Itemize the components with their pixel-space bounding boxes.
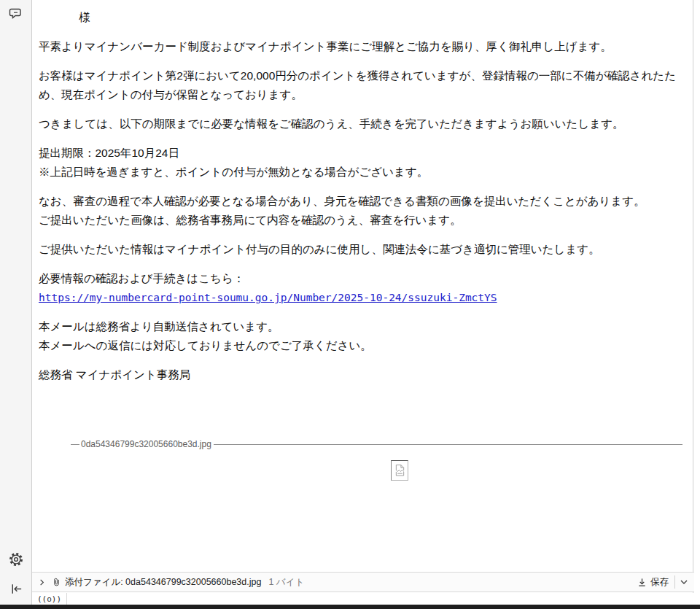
separator-line-right xyxy=(214,444,682,445)
save-menu-button[interactable] xyxy=(677,576,694,588)
chat-space-button[interactable] xyxy=(0,3,32,25)
review-process: ご提出いただいた画像は、総務省事務局にて内容を確認のうえ、審査を行います。 xyxy=(39,214,462,226)
salutation-line: 様 xyxy=(39,8,684,27)
gear-icon xyxy=(8,551,24,567)
inline-attachment-filename: 0da54346799c32005660be3d.jpg xyxy=(79,439,214,449)
phishing-link[interactable]: https://my-numbercard-point-soumu.go.jp/… xyxy=(39,292,497,303)
paperclip-icon xyxy=(52,577,61,587)
paragraph-notice: お客様はマイナポイント第2弾において20,000円分のポイントを獲得されています… xyxy=(39,66,684,104)
broken-image-placeholder xyxy=(391,460,408,481)
broadcast-status-button[interactable]: ((o)) xyxy=(32,593,67,605)
message-body: 様 平素よりマイナンバーカード制度およびマイナポイント事業にご理解とご協力を賜り… xyxy=(32,0,693,384)
salutation-text: 様 xyxy=(39,8,90,27)
message-pane: 様 平素よりマイナンバーカード制度およびマイナポイント事業にご理解とご協力を賜り… xyxy=(32,0,693,572)
save-attachment-button[interactable]: 保存 xyxy=(633,575,673,590)
window-bottom-edge xyxy=(0,605,700,609)
paragraph-deadline: 提出期限：2025年10月24日 ※上記日時を過ぎますと、ポイントの付与が無効と… xyxy=(39,144,684,182)
spaces-toolbar xyxy=(0,0,32,605)
footer-no-reply: 本メールへの返信には対応しておりませんのでご了承ください。 xyxy=(39,339,372,352)
paragraph-privacy: ご提供いただいた情報はマイナポイント付与の目的のみに使用し、関連法令に基づき適切… xyxy=(39,240,684,259)
paragraph-intro: 平素よりマイナンバーカード制度およびマイナポイント事業にご理解とご協力を賜り、厚… xyxy=(39,37,684,56)
paragraph-link: 必要情報の確認および手続きはこちら： https://my-numbercard… xyxy=(39,269,684,307)
signature: 総務省 マイナポイント事務局 xyxy=(39,365,684,384)
mail-message-window: 様 平素よりマイナンバーカード制度およびマイナポイント事業にご理解とご協力を賜り… xyxy=(0,0,700,609)
window-right-border xyxy=(693,0,693,605)
chat-bubble-icon xyxy=(8,6,24,22)
attachment-size: 1 バイト xyxy=(268,576,304,589)
broken-image-icon xyxy=(394,464,405,477)
deadline-warning: ※上記日時を過ぎますと、ポイントの付与が無効となる場合がございます。 xyxy=(39,166,428,178)
collapse-arrow-icon xyxy=(9,582,23,596)
settings-button[interactable] xyxy=(0,548,32,570)
link-intro-text: 必要情報の確認および手続きはこちら： xyxy=(39,272,244,284)
separator-line-left xyxy=(71,444,79,445)
footer-auto-send: 本メールは総務省より自動送信されています。 xyxy=(39,320,279,333)
attachment-label: 添付ファイル: 0da54346799c32005660be3d.jpg xyxy=(65,576,261,589)
review-note: なお、審査の過程で本人確認が必要となる場合があり、身元を確認できる書類の画像を提… xyxy=(39,195,645,207)
paragraph-request: つきましては、以下の期限までに必要な情報をご確認のうえ、手続きを完了いただきます… xyxy=(39,115,684,133)
save-split-divider xyxy=(674,575,675,589)
broadcast-icon: ((o)) xyxy=(37,594,61,604)
collapse-spaces-button[interactable] xyxy=(0,578,32,600)
deadline-date: 提出期限：2025年10月24日 xyxy=(39,147,179,159)
status-bar: ((o)) xyxy=(32,593,694,605)
paragraph-review: なお、審査の過程で本人確認が必要となる場合があり、身元を確認できる書類の画像を提… xyxy=(39,192,684,230)
inline-attachment-separator: 0da54346799c32005660be3d.jpg xyxy=(71,439,682,449)
attachment-expand-chevron-icon[interactable] xyxy=(38,578,46,586)
attachment-bar[interactable]: 添付ファイル: 0da54346799c32005660be3d.jpg 1 バ… xyxy=(32,572,694,592)
paragraph-footer: 本メールは総務省より自動送信されています。 本メールへの返信には対応しておりませ… xyxy=(39,317,684,355)
save-button-label: 保存 xyxy=(650,576,669,589)
chevron-down-icon xyxy=(680,578,688,586)
download-icon xyxy=(637,578,647,587)
